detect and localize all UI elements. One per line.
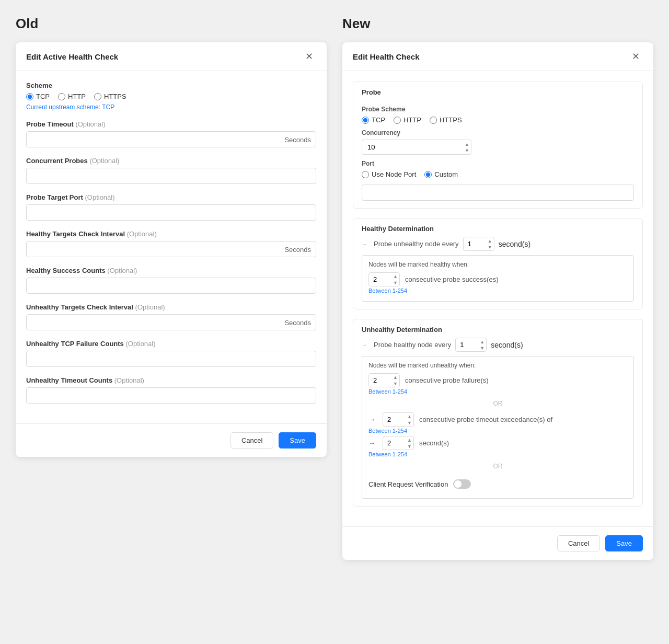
probe-section: Probe Probe Scheme TCP HTTP <box>353 82 643 209</box>
old-column: Old Edit Active Health Check ✕ Scheme TC… <box>16 16 327 457</box>
old-panel: Edit Active Health Check ✕ Scheme TCP HT <box>16 42 327 457</box>
old-scheme-label: Scheme <box>26 82 316 89</box>
client-req-label: Client Request Verification <box>368 480 448 488</box>
old-scheme-group: Scheme TCP HTTP HTTPS <box>26 82 316 111</box>
concurrency-input[interactable] <box>362 140 471 155</box>
port-custom[interactable]: Custom <box>424 170 458 178</box>
port-custom-input[interactable] <box>362 185 634 201</box>
timeout-count-range: Between 1-254 <box>368 428 627 434</box>
old-concurrent-probes-input[interactable] <box>26 168 316 184</box>
old-probe-timeout-input[interactable] <box>26 131 316 147</box>
new-scheme-https[interactable]: HTTPS <box>430 116 462 124</box>
unhealthy-failure-up[interactable]: ▲ <box>392 374 399 380</box>
new-panel-title: Edit Health Check <box>353 52 420 61</box>
healthy-determination-header: Healthy Determination <box>353 218 642 237</box>
probe-healthy-input-wrapper: ▲ ▼ <box>455 338 487 352</box>
probe-unhealthy-up[interactable]: ▲ <box>487 238 493 244</box>
old-panel-body: Scheme TCP HTTP HTTPS <box>16 71 327 423</box>
timeout-seconds-down[interactable]: ▼ <box>406 443 413 449</box>
timeout-seconds-spinner: ▲ ▼ <box>406 437 413 449</box>
probe-unhealthy-down[interactable]: ▼ <box>487 244 493 250</box>
port-use-node[interactable]: Use Node Port <box>362 170 416 178</box>
healthy-determination-section: Healthy Determination → Probe unhealthy … <box>353 218 643 309</box>
old-scheme-http[interactable]: HTTP <box>58 93 86 100</box>
new-cancel-button[interactable]: Cancel <box>557 535 600 551</box>
new-panel-header: Edit Health Check ✕ <box>342 42 653 71</box>
healthy-count-up[interactable]: ▲ <box>392 273 399 279</box>
new-scheme-http[interactable]: HTTP <box>394 116 421 124</box>
old-probe-timeout-input-wrapper: Seconds <box>26 131 316 147</box>
old-unhealthy-interval-input[interactable] <box>26 314 316 330</box>
probe-unhealthy-input-wrapper: ▲ ▼ <box>463 237 494 251</box>
old-scheme-radio-group: TCP HTTP HTTPS <box>26 93 316 100</box>
new-scheme-tcp-radio[interactable] <box>362 117 369 124</box>
old-cancel-button[interactable]: Cancel <box>230 432 273 448</box>
probe-unhealthy-unit: second(s) <box>499 240 530 248</box>
old-healthy-interval-input[interactable] <box>26 241 316 257</box>
old-unhealthy-tcp-input[interactable] <box>26 351 316 367</box>
healthy-count-text: consecutive probe success(es) <box>405 275 498 283</box>
old-scheme-https[interactable]: HTTPS <box>94 93 126 100</box>
probe-section-body: Probe Scheme TCP HTTP <box>353 106 642 208</box>
concurrency-label: Concurrency <box>362 129 634 136</box>
old-healthy-success-input[interactable] <box>26 278 316 294</box>
new-save-button[interactable]: Save <box>605 535 643 551</box>
old-healthy-interval-input-wrapper: Seconds <box>26 241 316 257</box>
old-concurrent-probes-group: Concurrent Probes (Optional) <box>26 157 316 184</box>
healthy-count-spinner: ▲ ▼ <box>392 273 399 285</box>
timeout-seconds-range: Between 1-254 <box>368 451 627 457</box>
probe-unhealthy-label: Probe unhealthy node every <box>374 240 459 248</box>
timeout-count-wrapper: ▲ ▼ <box>383 412 414 427</box>
port-use-node-radio[interactable] <box>362 171 369 178</box>
new-scheme-http-radio[interactable] <box>394 117 401 124</box>
port-radio-group: Use Node Port Custom <box>362 170 634 178</box>
old-scheme-tcp-radio[interactable] <box>26 93 33 100</box>
probe-healthy-down[interactable]: ▼ <box>479 345 486 351</box>
old-probe-timeout-suffix: Seconds <box>284 135 311 143</box>
timeout-seconds-row: → ▲ ▼ second(s) <box>368 436 627 450</box>
port-custom-radio[interactable] <box>424 171 432 178</box>
probe-unhealthy-arrow: → <box>362 241 367 247</box>
old-probe-target-port-group: Probe Target Port (Optional) <box>26 193 316 221</box>
concurrency-down[interactable]: ▼ <box>464 147 470 153</box>
timeout-arrow: → <box>368 416 375 423</box>
old-close-button[interactable]: ✕ <box>302 51 316 62</box>
new-scheme-tcp[interactable]: TCP <box>362 116 385 124</box>
timeout-seconds-up[interactable]: ▲ <box>406 437 413 443</box>
old-unhealthy-timeout-input[interactable] <box>26 387 316 404</box>
timeout-seconds-wrapper: ▲ ▼ <box>383 436 414 450</box>
unhealthy-failure-wrapper: ▲ ▼ <box>368 373 400 387</box>
nodes-healthy-box: Nodes will be marked healthy when: ▲ ▼ <box>362 255 634 302</box>
old-column-title: Old <box>16 16 327 32</box>
probe-healthy-row: → Probe healthy node every ▲ ▼ second(s) <box>362 338 634 352</box>
new-scheme-https-label: HTTPS <box>440 116 462 124</box>
old-panel-footer: Cancel Save <box>16 423 327 457</box>
old-unhealthy-tcp-label: Unhealthy TCP Failure Counts (Optional) <box>26 340 316 348</box>
new-close-button[interactable]: ✕ <box>629 51 643 62</box>
probe-healthy-up[interactable]: ▲ <box>479 339 486 344</box>
timeout-count-up[interactable]: ▲ <box>406 413 413 419</box>
timeout-count-spinner: ▲ ▼ <box>406 413 413 426</box>
old-unhealthy-interval-suffix: Seconds <box>284 318 311 326</box>
probe-section-header: Probe <box>353 82 642 100</box>
healthy-count-wrapper: ▲ ▼ <box>368 272 400 286</box>
old-save-button[interactable]: Save <box>279 432 316 448</box>
healthy-count-down[interactable]: ▼ <box>392 280 399 285</box>
old-scheme-tcp[interactable]: TCP <box>26 93 50 100</box>
timeout-count-down[interactable]: ▼ <box>406 420 413 426</box>
old-probe-target-port-label: Probe Target Port (Optional) <box>26 193 316 201</box>
port-label: Port <box>362 160 634 167</box>
new-panel: Edit Health Check ✕ Probe Probe Scheme T… <box>342 42 653 560</box>
unhealthy-failure-down[interactable]: ▼ <box>392 381 399 386</box>
new-scheme-radio-group: TCP HTTP HTTPS <box>362 116 634 124</box>
client-req-row: Client Request Verification <box>368 475 627 493</box>
old-scheme-http-radio[interactable] <box>58 93 65 100</box>
concurrency-input-wrapper: ▲ ▼ <box>362 140 471 155</box>
old-probe-target-port-input[interactable] <box>26 204 316 221</box>
old-healthy-interval-suffix: Seconds <box>284 245 311 253</box>
concurrency-up[interactable]: ▲ <box>464 141 470 147</box>
old-scheme-https-radio[interactable] <box>94 93 101 100</box>
old-unhealthy-tcp-group: Unhealthy TCP Failure Counts (Optional) <box>26 340 316 367</box>
new-scheme-https-radio[interactable] <box>430 117 437 124</box>
client-req-toggle[interactable] <box>453 479 471 489</box>
